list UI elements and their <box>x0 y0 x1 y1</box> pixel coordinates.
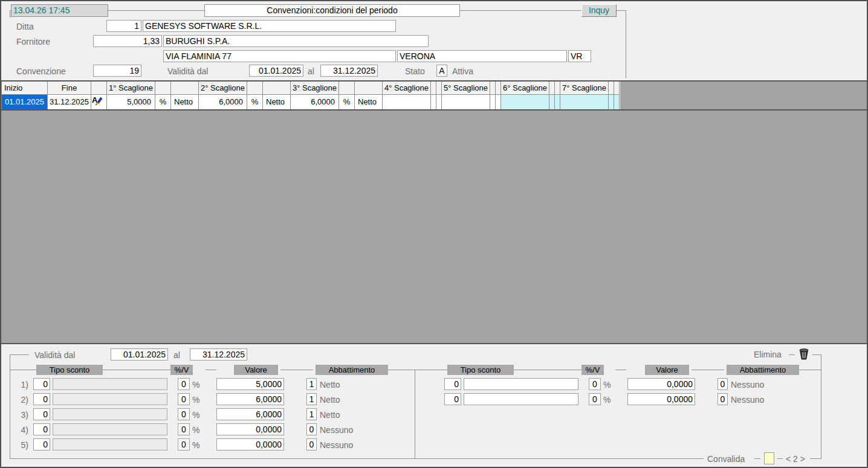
app-window: 13.04.26 17:45 Convenzioni:condizioni de… <box>0 0 868 468</box>
tipo-sconto-code-field[interactable]: 0 <box>33 423 50 435</box>
percent-value-flag-field[interactable]: 0 <box>178 408 190 420</box>
tipo-sconto-desc-field[interactable] <box>53 393 167 405</box>
percent-value-flag-field[interactable]: 0 <box>178 393 190 405</box>
datetime-field: 13.04.26 17:45 <box>11 4 108 17</box>
period-conditions-table: Inizio01.01.2025Fine31.12.2025A1° Scagli… <box>1 82 620 109</box>
table-cell[interactable] <box>496 95 501 109</box>
valore-field[interactable]: 6,0000 <box>216 393 284 405</box>
page-indicator[interactable]: < 2 > <box>786 454 805 464</box>
fornitore-name-field[interactable]: BURUGHI S.P.A. <box>163 35 429 47</box>
valore-field[interactable]: 0,0000 <box>627 378 695 390</box>
detail-al-field[interactable]: 31.12.2025 <box>190 348 247 361</box>
ditta-name-field[interactable]: GENESYS SOFTWARE S.R.L. <box>143 20 396 32</box>
tipo-sconto-desc-field[interactable] <box>53 378 167 390</box>
table-header-spacer-17 <box>496 82 501 95</box>
tipo-sconto-code-field[interactable]: 0 <box>33 438 50 450</box>
validita-al-field[interactable]: 31.12.2025 <box>320 65 378 77</box>
stato-desc-label: Attiva <box>452 66 473 76</box>
table-cell[interactable] <box>614 95 620 109</box>
table-cell[interactable]: % <box>339 95 355 109</box>
table-cell[interactable]: % <box>247 95 263 109</box>
tipo-sconto-desc-field[interactable] <box>53 408 167 420</box>
inquiry-button[interactable]: Inquy <box>581 4 617 17</box>
valore-field[interactable]: 6,0000 <box>216 408 284 420</box>
table-cell-selected[interactable]: 01.01.2025 <box>2 95 48 109</box>
convalida-input[interactable] <box>764 452 774 464</box>
convenzione-code-field[interactable]: 19 <box>93 65 141 77</box>
valore-field[interactable]: 0,0000 <box>216 438 284 450</box>
table-cell[interactable] <box>436 95 442 109</box>
table-cell[interactable]: Netto <box>263 95 291 109</box>
trash-icon[interactable] <box>798 348 809 360</box>
table-header-6-scaglione: 6° Scaglione <box>501 82 549 95</box>
table-cell[interactable] <box>549 95 555 109</box>
percent-sign-label: % <box>192 425 199 435</box>
tipo-sconto-code-field[interactable]: 0 <box>33 393 50 405</box>
elimina-corner-line <box>812 354 821 355</box>
table-cell[interactable] <box>501 95 549 109</box>
table-cell[interactable]: Netto <box>355 95 383 109</box>
table-cell[interactable]: 6,0000 <box>199 95 247 109</box>
city-field[interactable]: VERONA <box>397 50 567 62</box>
detail-dal-field[interactable]: 01.01.2025 <box>111 348 168 361</box>
province-field[interactable]: VR <box>568 50 591 62</box>
percent-value-flag-field[interactable]: 0 <box>178 423 190 435</box>
percent-value-flag-field[interactable]: 0 <box>178 378 190 390</box>
percent-sign-label: % <box>603 380 611 389</box>
table-cell[interactable] <box>555 95 560 109</box>
abbattimento-code-field[interactable]: 1 <box>306 408 317 420</box>
table-cell[interactable]: 5,0000 <box>107 95 155 109</box>
table-cell[interactable] <box>560 95 609 109</box>
fornitore-code-field[interactable]: 1,33 <box>93 35 162 47</box>
table-cell[interactable]: 6,0000 <box>291 95 339 109</box>
validita-dal-field[interactable]: 01.01.2025 <box>249 65 303 77</box>
tipo-sconto-code-field[interactable]: 0 <box>444 393 461 405</box>
percent-value-flag-field[interactable]: 0 <box>178 438 190 450</box>
address-field[interactable]: VIA FLAMINIA 77 <box>163 50 396 62</box>
tipo-sconto-code-field[interactable]: 0 <box>33 408 50 420</box>
abbattimento-code-field[interactable]: 0 <box>717 393 728 405</box>
valore-field[interactable]: 0,0000 <box>216 423 284 435</box>
group-connector-line <box>280 370 313 370</box>
table-cell[interactable] <box>431 95 436 109</box>
table-cell[interactable]: % <box>155 95 171 109</box>
detail-box-right-line <box>821 354 821 459</box>
abbattimento-code-field[interactable]: 0 <box>306 423 317 435</box>
table-cell[interactable] <box>490 95 496 109</box>
abbattimento-code-field[interactable]: 1 <box>306 378 317 390</box>
group-label-left-tipo-sconto: Tipo sconto <box>36 365 103 375</box>
row-number-label: 5) <box>16 440 28 450</box>
percent-sign-label: % <box>192 440 199 450</box>
abbattimento-desc-label: Nessuno <box>320 425 353 435</box>
stato-code-field[interactable]: A <box>436 65 447 77</box>
tipo-sconto-desc-field[interactable] <box>53 438 167 450</box>
valore-field[interactable]: 0,0000 <box>627 393 695 405</box>
tipo-sconto-code-field[interactable]: 0 <box>444 378 461 390</box>
valore-field[interactable]: 5,0000 <box>216 378 284 390</box>
percent-value-flag-field[interactable]: 0 <box>589 378 601 390</box>
al-label: al <box>308 66 314 76</box>
abbattimento-code-field[interactable]: 0 <box>717 378 728 390</box>
tipo-sconto-desc-field[interactable] <box>464 378 578 390</box>
table-cell[interactable] <box>442 95 490 109</box>
table-cell[interactable]: Netto <box>171 95 199 109</box>
ditta-code-field[interactable]: 1 <box>106 20 141 32</box>
abbattimento-code-field[interactable]: 0 <box>306 438 317 450</box>
percent-sign-label: % <box>192 410 199 420</box>
table-cell[interactable]: 31.12.2025 <box>48 95 91 109</box>
table-cell[interactable] <box>609 95 614 109</box>
page-title: Convenzioni:condizioni del periodo <box>204 4 460 17</box>
table-header-spacer-20 <box>555 82 560 95</box>
tipo-sconto-desc-field[interactable] <box>53 423 167 435</box>
group-connector-line <box>10 370 36 370</box>
percent-value-flag-field[interactable]: 0 <box>589 393 601 405</box>
convenzione-label: Convenzione <box>16 66 66 76</box>
tipo-sconto-desc-field[interactable] <box>464 393 578 405</box>
group-label-right-abbattimento: Abbattimento <box>727 365 799 375</box>
table-cell[interactable] <box>383 95 431 109</box>
abbattimento-code-field[interactable]: 1 <box>306 393 317 405</box>
table-header-fine: Fine <box>48 82 91 95</box>
tipo-sconto-code-field[interactable]: 0 <box>33 378 50 390</box>
edit-pen-icon[interactable]: A <box>91 95 107 109</box>
table-header-spacer-2 <box>91 82 107 95</box>
